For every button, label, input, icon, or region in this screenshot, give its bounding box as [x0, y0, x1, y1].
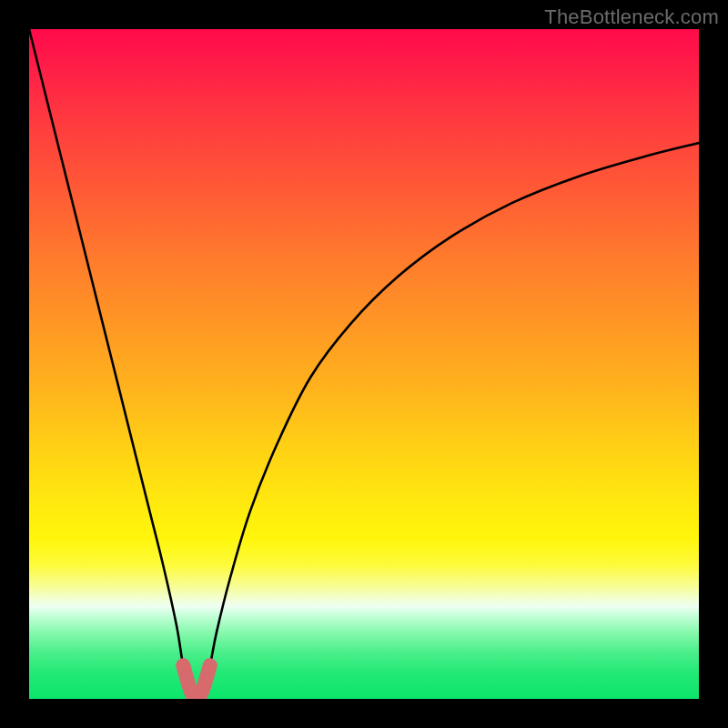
u-shape-highlight: [183, 665, 209, 697]
plot-area: [29, 29, 699, 699]
marker-layer: [29, 29, 699, 699]
chart-frame: TheBottleneck.com: [0, 0, 728, 728]
watermark-text: TheBottleneck.com: [544, 5, 719, 29]
